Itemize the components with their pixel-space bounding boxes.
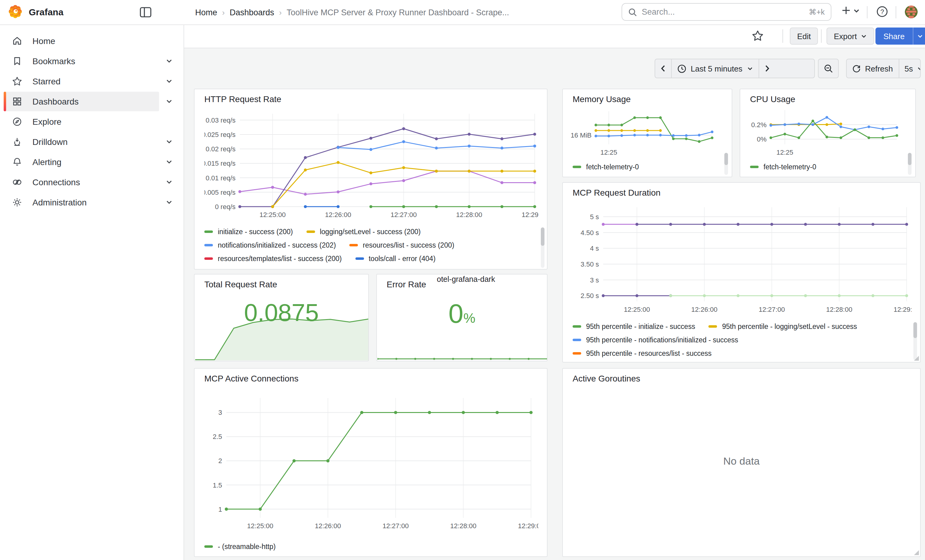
cpu-usage-chart[interactable]: 0.2%0%12:25: [746, 107, 905, 155]
legend-item[interactable]: resources/list - success (200): [350, 242, 454, 249]
sidebar-toggle-icon[interactable]: [140, 7, 152, 18]
compass-icon: [12, 117, 22, 126]
panel-cpu-usage[interactable]: CPU Usage 0.2%0%12:25 fetch-telemetry-0: [740, 89, 916, 177]
legend-item[interactable]: unknown - success (200): [411, 269, 503, 270]
share-button[interactable]: Share: [875, 27, 925, 45]
panel-title[interactable]: CPU Usage: [750, 94, 795, 104]
legend-item[interactable]: 95th percentile - notifications/initiali…: [572, 336, 738, 344]
brand[interactable]: Grafana: [8, 4, 63, 19]
panel-title[interactable]: Memory Usage: [572, 94, 631, 104]
refresh-interval-picker[interactable]: 5s: [898, 59, 921, 78]
panel-mcp-request-duration[interactable]: MCP Request Duration 2.50 s3 s3.50 s4 s4…: [562, 182, 921, 363]
time-range-picker[interactable]: Last 5 minutes: [671, 59, 758, 78]
sidebar-item-bookmarks[interactable]: Bookmarks: [4, 51, 159, 71]
sidebar-item-explore[interactable]: Explore: [4, 112, 159, 131]
svg-text:0.02 req/s: 0.02 req/s: [206, 145, 235, 153]
sidebar-item-drilldown[interactable]: Drilldown: [4, 132, 159, 152]
chevron-down-icon[interactable]: [163, 152, 175, 172]
legend-scrollbar-thumb[interactable]: [908, 153, 911, 165]
chevron-down-icon[interactable]: [163, 173, 175, 192]
http-request-rate-chart[interactable]: 0 req/s0.005 req/s0.01 req/s0.015 req/s0…: [204, 110, 538, 221]
svg-text:12:28:00: 12:28:00: [826, 306, 853, 313]
legend-item[interactable]: - (streamable-http): [204, 543, 276, 550]
chevron-down-icon[interactable]: [163, 192, 175, 212]
search-input[interactable]: Search... ⌘+k: [622, 3, 832, 21]
sidebar-item-home[interactable]: Home: [4, 31, 159, 51]
legend-label: - (streamable-http): [218, 543, 276, 550]
panel-memory-usage[interactable]: Memory Usage 16 MiB12:25 fetch-telemetry…: [562, 89, 732, 177]
chevron-down-icon[interactable]: [163, 92, 175, 111]
refresh-button[interactable]: Refresh: [847, 59, 898, 78]
time-range-label: Last 5 minutes: [691, 64, 743, 73]
legend-scrollbar-thumb[interactable]: [724, 153, 728, 165]
chevron-down-icon[interactable]: [163, 72, 175, 91]
legend-color-chip: [709, 325, 717, 328]
legend-item[interactable]: tools/call - error (404): [355, 255, 435, 262]
panel-title[interactable]: MCP Request Duration: [572, 188, 660, 197]
add-chevron-down-icon[interactable]: [853, 9, 860, 14]
legend-item[interactable]: resources/templates/list - success (200): [204, 255, 342, 262]
memory-usage-chart[interactable]: 16 MiB12:25: [569, 107, 722, 155]
edit-button[interactable]: Edit: [790, 27, 818, 45]
legend-scrollbar-thumb[interactable]: [913, 322, 917, 338]
panel-http-request-rate[interactable]: HTTP Request Rate 0 req/s0.005 req/s0.01…: [194, 89, 548, 270]
panel-title[interactable]: Error Rate: [387, 279, 426, 289]
chevron-down-icon[interactable]: [163, 51, 175, 71]
export-button[interactable]: Export: [827, 27, 874, 45]
svg-text:3 s: 3 s: [590, 276, 599, 284]
sidebar-item-starred[interactable]: Starred: [4, 72, 159, 91]
legend-scrollbar-thumb[interactable]: [541, 227, 544, 246]
panel-active-goroutines[interactable]: Active Goroutines No data: [562, 368, 921, 557]
svg-text:0%: 0%: [757, 135, 767, 143]
panel-resize-handle[interactable]: [914, 356, 919, 361]
time-back-button[interactable]: [655, 59, 671, 78]
share-button-label[interactable]: Share: [875, 27, 913, 45]
chevron-down-icon[interactable]: [163, 132, 175, 152]
legend-color-chip: [204, 257, 213, 260]
svg-text:12:27:00: 12:27:00: [391, 211, 417, 219]
legend-item[interactable]: 95th percentile - initialize - success: [572, 323, 695, 330]
avatar[interactable]: [905, 6, 917, 18]
breadcrumb-home[interactable]: Home: [195, 8, 217, 17]
mcp-active-connections-chart[interactable]: 11.522.5312:25:0012:26:0012:27:0012:28:0…: [204, 391, 538, 535]
panel-title[interactable]: MCP Active Connections: [204, 374, 298, 383]
panel-resize-handle[interactable]: [914, 550, 919, 555]
legend-item[interactable]: 95th percentile - resources/list - succe…: [572, 350, 711, 357]
panel-title[interactable]: Active Goroutines: [572, 374, 640, 383]
connections-legend: - (streamable-http): [204, 540, 538, 556]
legend-color-chip: [572, 325, 581, 328]
sidebar-item-connections[interactable]: Connections: [4, 173, 159, 192]
panel-title[interactable]: HTTP Request Rate: [204, 94, 282, 104]
zoom-out-button[interactable]: [818, 59, 838, 78]
legend-item[interactable]: tools/list - success (200): [309, 269, 398, 270]
time-forward-button[interactable]: [758, 59, 775, 78]
cpu-legend: fetch-telemetry-0: [750, 160, 907, 175]
breadcrumb-dashboards[interactable]: Dashboards: [230, 8, 274, 17]
svg-text:3: 3: [218, 409, 222, 416]
legend-item[interactable]: initialize - success (200): [204, 228, 293, 236]
panel-total-request-rate[interactable]: Total Request Rate 0.0875: [194, 274, 369, 361]
legend-item[interactable]: fetch-telemetry-0: [750, 163, 817, 171]
sidebar-item-administration[interactable]: Administration: [4, 192, 159, 212]
star-icon[interactable]: [752, 30, 764, 42]
mcp-request-duration-chart[interactable]: 2.50 s3 s3.50 s4 s4.50 s5 s12:25:0012:26…: [572, 203, 911, 316]
panel-mcp-active-connections[interactable]: MCP Active Connections 11.522.5312:25:00…: [194, 368, 548, 557]
clock-icon: [677, 64, 686, 73]
grafana-logo-icon: [8, 4, 23, 19]
sidebar-item-dashboards[interactable]: Dashboards: [4, 92, 159, 111]
legend-item[interactable]: 95th percentile - logging/setLevel - suc…: [709, 323, 857, 330]
help-icon[interactable]: ?: [876, 6, 888, 18]
panel-title[interactable]: Total Request Rate: [204, 279, 277, 289]
legend-item[interactable]: notifications/initialized - success (202…: [204, 242, 336, 249]
legend-label: fetch-telemetry-0: [764, 163, 817, 171]
brand-label: Grafana: [29, 6, 63, 17]
legend-item[interactable]: fetch-telemetry-0: [572, 163, 639, 171]
add-button[interactable]: [841, 5, 851, 16]
legend-item[interactable]: tools/call - success (200): [204, 269, 295, 270]
legend-item[interactable]: logging/setLevel - success (200): [306, 228, 420, 236]
header-divider: [896, 6, 896, 18]
share-chevron-down-icon[interactable]: [913, 27, 925, 45]
legend-color-chip: [306, 230, 315, 233]
panel-error-rate[interactable]: Error Rate 0%: [376, 274, 548, 361]
sidebar-item-alerting[interactable]: Alerting: [4, 152, 159, 172]
